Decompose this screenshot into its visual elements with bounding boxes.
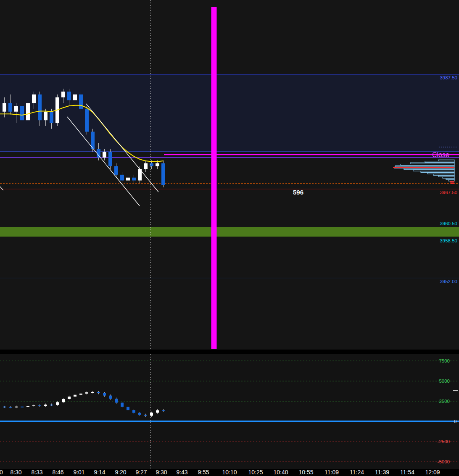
candle-body	[38, 405, 41, 406]
candle-body	[132, 178, 136, 181]
profile-bar	[438, 160, 454, 161]
candle-body	[127, 407, 129, 410]
time-label: 11:39	[375, 469, 389, 476]
magenta-marker-line[interactable]	[211, 7, 217, 349]
candle-body	[61, 92, 65, 97]
time-label: 11:09	[324, 469, 339, 476]
profile-bar	[396, 166, 454, 167]
time-label: 8:33	[31, 469, 42, 476]
candle-body	[3, 103, 6, 111]
candle-body	[144, 415, 147, 416]
candle-body	[156, 410, 159, 413]
price-level-label: 3952.00	[440, 279, 457, 284]
candle-body	[3, 407, 6, 408]
candle-body	[156, 163, 159, 166]
candle-body	[50, 405, 53, 405]
candle-body	[114, 166, 118, 174]
profile-bar-red	[451, 183, 454, 184]
price-chart-canvas[interactable]: 3987.50Close3967.503952.003960.503958.50…	[0, 0, 459, 350]
candle-body	[79, 394, 82, 395]
candle-body	[103, 393, 106, 396]
time-label: 9:43	[176, 469, 187, 476]
candle-body	[150, 163, 153, 166]
price-level-label: 3967.50	[440, 190, 457, 195]
candle-body	[26, 103, 30, 120]
candle-body	[32, 95, 36, 103]
volume-profile	[393, 160, 454, 184]
time-label: 9:30	[156, 469, 167, 476]
candle-body	[138, 413, 141, 415]
delta-chart-canvas[interactable]: 7500500025000-2500-5000	[0, 354, 459, 469]
time-label: 10:10	[222, 469, 237, 476]
candle-body	[9, 407, 12, 408]
band-lower-label: 3958.50	[440, 238, 457, 243]
delta-level-label: 2500	[439, 399, 450, 404]
close-line-label: Close	[432, 151, 449, 158]
volume-count-label: 596	[293, 189, 303, 196]
left-edge-tick	[0, 187, 3, 190]
profile-bar	[446, 179, 454, 180]
candle-body	[132, 410, 135, 413]
time-label: 11:24	[350, 469, 364, 476]
profile-bar	[443, 177, 454, 178]
candle-body	[108, 152, 112, 166]
candle-body	[109, 396, 112, 399]
candle-body	[62, 399, 65, 402]
candle-body	[26, 406, 29, 407]
candle-body	[14, 106, 18, 112]
time-label: 10:25	[248, 469, 263, 476]
candle-body	[56, 402, 59, 405]
delta-zero-label: 0	[454, 419, 456, 424]
candle-body	[85, 392, 88, 394]
profile-bar	[404, 168, 454, 170]
profile-bar	[425, 161, 454, 163]
time-axis[interactable]: 08:308:338:469:019:149:209:279:309:439:5…	[0, 469, 459, 476]
candle-body	[115, 399, 118, 403]
time-label: 10:55	[298, 469, 313, 476]
overnight-range-zone	[0, 74, 459, 152]
time-label: 9:55	[198, 469, 209, 476]
candle-body	[162, 410, 165, 411]
candle-body	[126, 178, 130, 181]
candle-body	[79, 95, 83, 109]
profile-bar	[438, 176, 454, 177]
profile-bar-red	[450, 181, 454, 182]
profile-bar	[410, 163, 454, 164]
candle-body	[161, 163, 165, 185]
candle-body	[50, 112, 53, 123]
time-label: 8:46	[52, 469, 63, 476]
time-label: 10:40	[273, 469, 288, 476]
time-label: 0	[0, 469, 3, 476]
support-band-zone	[0, 227, 459, 237]
profile-bar	[421, 171, 454, 173]
delta-candles	[3, 391, 165, 417]
candle-body	[15, 407, 18, 408]
candle-body	[8, 103, 12, 111]
band-upper-label: 3960.50	[440, 221, 457, 226]
time-label: 8:30	[10, 469, 21, 476]
profile-bar	[448, 180, 454, 181]
candle-body	[38, 95, 42, 120]
profile-bar	[433, 174, 454, 175]
profile-bar	[401, 164, 454, 165]
time-label: 9:14	[94, 469, 105, 476]
price-level-label: 3987.50	[440, 75, 457, 80]
candle-body	[121, 402, 124, 407]
time-label: 9:20	[115, 469, 126, 476]
candle-body	[144, 163, 148, 169]
delta-level-label: -2500	[438, 439, 450, 444]
profile-poc-bar	[393, 167, 454, 168]
candle-body	[20, 106, 24, 120]
candle-body	[74, 395, 76, 397]
delta-level-label: -5000	[438, 459, 450, 464]
delta-level-label: 7500	[439, 358, 450, 363]
panel-separator[interactable]	[0, 350, 459, 354]
chart-window: 3987.50Close3967.503952.003960.503958.50…	[0, 0, 459, 476]
candle-body	[73, 95, 77, 100]
candle-body	[91, 392, 94, 393]
time-label: 9:27	[135, 469, 147, 476]
time-label: 11:54	[400, 469, 414, 476]
profile-bar	[413, 170, 454, 171]
candle-body	[68, 397, 71, 399]
candle-body	[120, 175, 124, 181]
